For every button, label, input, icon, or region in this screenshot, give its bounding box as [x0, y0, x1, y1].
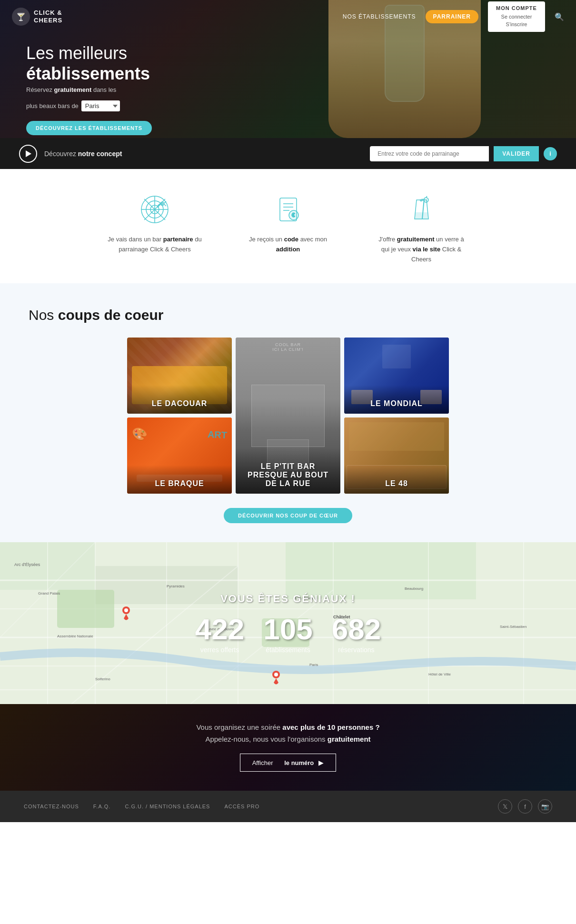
- info-button[interactable]: i: [544, 147, 557, 160]
- mondial-label: LE MONDIAL: [344, 385, 449, 414]
- footer-social: 𝕏 f 📷: [498, 799, 552, 814]
- sinscrire-link[interactable]: S'inscrire: [495, 20, 538, 28]
- coup-item-48[interactable]: LE 48: [344, 417, 449, 494]
- parrainer-button[interactable]: PARRAINER: [426, 10, 478, 23]
- afficher-numero-button[interactable]: Afficher le numéro ▶: [240, 754, 337, 772]
- hero-content: Les meilleurs établissements Réservez gr…: [0, 33, 576, 138]
- stat-etablissements: 105 établissements: [263, 615, 312, 654]
- how-step-3: J'offre gratuitement un verre à qui je v…: [374, 193, 469, 264]
- city-select[interactable]: Paris Lyon Marseille: [81, 100, 120, 111]
- twitter-icon[interactable]: 𝕏: [498, 799, 512, 814]
- decouvrir-etablissements-button[interactable]: DÉCOUVREZ LES ÉTABLISSEMENTS: [26, 121, 152, 135]
- stat-reservations-number: 682: [332, 615, 381, 644]
- play-triangle-icon: [26, 150, 31, 157]
- logo-icon: 🍸: [12, 8, 30, 26]
- coups-de-coeur-title: Nos coups de coeur: [29, 307, 547, 323]
- nav-etablissements-link[interactable]: NOS ÉTABLISSEMENTS: [343, 13, 416, 20]
- logo-text: CLICK & CHEERS: [34, 9, 62, 24]
- nav-right: NOS ÉTABLISSEMENTS PARRAINER MON COMPTE …: [343, 1, 564, 32]
- cta-party-section: Vous organisez une soirée avec plus de 1…: [0, 704, 576, 791]
- concept-bar: Découvrez notre concept VALIDER i: [0, 138, 576, 169]
- spider-web-icon: [138, 193, 171, 226]
- svg-point-7: [160, 202, 164, 206]
- stat-etablissements-number: 105: [263, 615, 312, 644]
- cta-party-line2: Appelez-nous, nous vous l'organisons gra…: [205, 735, 370, 743]
- parrainage-input[interactable]: [370, 146, 489, 161]
- coup-item-ptit-bar[interactable]: COOL BARICI LA CLIM'! LE P'TIT BAR PRESQ…: [236, 338, 340, 494]
- logo[interactable]: 🍸 CLICK & CHEERS: [12, 8, 62, 26]
- how-step-2: € Je reçois un code avec mon addition: [240, 193, 336, 264]
- stat-verres-label: verres offerts: [195, 646, 244, 654]
- how-step-3-text: J'offre gratuitement un verre à qui je v…: [374, 235, 469, 264]
- footer-link-contact[interactable]: CONTACTEZ-NOUS: [24, 804, 79, 809]
- stat-etablissements-label: établissements: [263, 646, 312, 654]
- dacouar-label: LE DACOUAR: [127, 385, 232, 414]
- footer-link-faq[interactable]: F.A.Q.: [93, 804, 111, 809]
- stat-verres: 422 verres offerts: [195, 615, 244, 654]
- stat-verres-number: 422: [195, 615, 244, 644]
- stat-reservations: 682 réservations: [332, 615, 381, 654]
- how-step-1-text: Je vais dans un bar partenaire du parrai…: [107, 235, 202, 255]
- footer-link-acces-pro[interactable]: ACCÈS PRO: [224, 804, 259, 809]
- drink-glass-icon: [405, 193, 438, 226]
- vous-geniaux-heading: VOUS ÊTES GÉNIAUX !: [220, 593, 356, 605]
- how-it-works: Je vais dans un bar partenaire du parrai…: [0, 169, 576, 283]
- ptit-bar-label: LE P'TIT BAR PRESQUE AU BOUT DE LA RUE: [236, 448, 340, 494]
- how-step-1: Je vais dans un bar partenaire du parrai…: [107, 193, 202, 264]
- concept-text: Découvrez notre concept: [44, 150, 122, 158]
- 48-label: LE 48: [344, 465, 449, 494]
- footer: CONTACTEZ-NOUS F.A.Q. C.G.U. / MENTIONS …: [0, 791, 576, 822]
- facebook-icon[interactable]: f: [518, 799, 532, 814]
- hero-subtitle: Réservez gratuitement dans les: [26, 86, 550, 93]
- concept-right: VALIDER i: [370, 146, 557, 161]
- coup-item-dacouar[interactable]: LE DACOUAR: [127, 338, 232, 414]
- voucher-icon: €: [271, 193, 305, 226]
- cta-party-background: [0, 704, 576, 791]
- coups-de-coeur-section: Nos coups de coeur LE DACOUAR COOL BARIC…: [0, 283, 576, 542]
- footer-link-cgu[interactable]: C.G.U. / MENTIONS LÉGALES: [125, 804, 210, 809]
- concept-left: Découvrez notre concept: [19, 145, 370, 163]
- mon-compte-title: MON COMPTE: [495, 5, 538, 11]
- coup-item-braque[interactable]: 🎨 ART LE BRAQUE: [127, 417, 232, 494]
- map-section: Arc d'Élysées Grand Palais Assemblée Nat…: [0, 542, 576, 704]
- se-connecter-link[interactable]: Se connecter: [495, 13, 538, 20]
- braque-label: LE BRAQUE: [127, 465, 232, 494]
- search-icon[interactable]: 🔍: [555, 12, 564, 21]
- stats-row: 422 verres offerts 105 établissements 68…: [195, 615, 381, 654]
- arrow-right-icon: ▶: [318, 759, 324, 766]
- svg-point-19: [424, 198, 428, 202]
- hero-title: Les meilleurs établissements: [26, 43, 550, 84]
- valider-button[interactable]: VALIDER: [494, 146, 539, 161]
- svg-text:€: €: [292, 212, 295, 219]
- coup-item-mondial[interactable]: LE MONDIAL: [344, 338, 449, 414]
- play-button[interactable]: [19, 145, 37, 163]
- cta-party-line1: Vous organisez une soirée avec plus de 1…: [196, 723, 379, 731]
- coups-grid: LE DACOUAR COOL BARICI LA CLIM'! LE P'TI…: [126, 338, 450, 494]
- decouvrir-coeurs-button[interactable]: DÉCOUVRIR NOS COUP DE CŒUR: [224, 508, 352, 523]
- svg-line-11: [164, 204, 166, 206]
- city-selector: plus beaux bars de Paris Lyon Marseille: [26, 100, 550, 111]
- instagram-icon[interactable]: 📷: [538, 799, 552, 814]
- header: 🍸 CLICK & CHEERS NOS ÉTABLISSEMENTS PARR…: [0, 0, 576, 138]
- city-prefix-label: plus beaux bars de: [26, 102, 79, 109]
- mon-compte-dropdown: MON COMPTE Se connecter S'inscrire: [488, 1, 545, 32]
- navigation: 🍸 CLICK & CHEERS NOS ÉTABLISSEMENTS PARR…: [0, 0, 576, 33]
- footer-links: CONTACTEZ-NOUS F.A.Q. C.G.U. / MENTIONS …: [24, 804, 259, 809]
- map-overlay: VOUS ÊTES GÉNIAUX ! 422 verres offerts 1…: [0, 542, 576, 704]
- stat-reservations-label: réservations: [332, 646, 381, 654]
- how-step-2-text: Je reçois un code avec mon addition: [240, 235, 336, 255]
